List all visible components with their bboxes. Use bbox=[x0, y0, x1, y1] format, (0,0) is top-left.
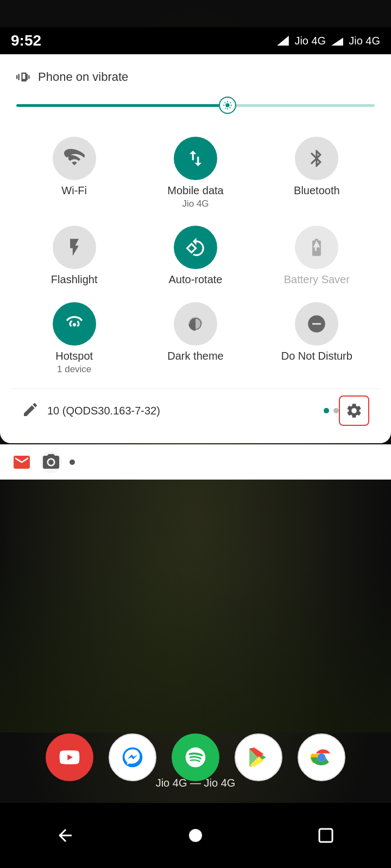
vibrate-icon bbox=[16, 69, 31, 85]
tile-dark-theme[interactable]: Dark theme bbox=[137, 297, 253, 380]
notification-bar bbox=[0, 444, 391, 480]
slider-track bbox=[16, 104, 375, 107]
dark-theme-tile-icon bbox=[174, 302, 217, 346]
mobile-data-sublabel: Jio 4G bbox=[182, 199, 209, 209]
flashlight-tile-icon bbox=[53, 226, 96, 269]
brightness-icon bbox=[223, 100, 232, 110]
settings-button[interactable] bbox=[339, 395, 369, 426]
tile-bluetooth[interactable]: Bluetooth bbox=[259, 131, 375, 215]
hotspot-sublabel: 1 device bbox=[57, 364, 91, 375]
mobile-data-label: Mobile data bbox=[167, 184, 223, 197]
tile-auto-rotate[interactable]: Auto-rotate bbox=[137, 220, 253, 291]
svg-rect-3 bbox=[319, 829, 332, 842]
tile-flashlight[interactable]: Flashlight bbox=[16, 220, 132, 291]
brightness-slider[interactable] bbox=[16, 95, 375, 115]
svg-point-2 bbox=[189, 829, 202, 842]
status-right: Jio 4G Jio 4G bbox=[277, 35, 380, 47]
page-dots bbox=[324, 408, 339, 413]
dnd-label: Do Not Disturb bbox=[281, 350, 352, 362]
recents-button[interactable] bbox=[310, 819, 342, 852]
messenger-icon[interactable] bbox=[109, 733, 156, 781]
signal2-label: Jio 4G bbox=[349, 35, 380, 47]
tiles-grid: Wi-Fi Mobile data Jio 4G Bluetooth bbox=[11, 126, 380, 386]
notification-dot bbox=[70, 459, 75, 465]
app-dock bbox=[46, 733, 345, 781]
vibrate-row: Phone on vibrate bbox=[11, 65, 380, 93]
camera-notif-icon[interactable] bbox=[40, 451, 62, 473]
dark-theme-label: Dark theme bbox=[167, 350, 223, 362]
chrome-icon[interactable] bbox=[298, 733, 345, 781]
status-bar: 9:52 Jio 4G Jio 4G bbox=[0, 27, 391, 54]
tile-battery-saver[interactable]: Battery Saver bbox=[259, 220, 375, 291]
hotspot-tile-icon bbox=[53, 302, 96, 346]
tile-mobile-data[interactable]: Mobile data Jio 4G bbox=[137, 131, 253, 215]
qs-bottom-bar: 10 (QODS30.163-7-32) bbox=[11, 388, 380, 432]
quick-settings-panel: Phone on vibrate Wi-Fi bbox=[0, 54, 391, 443]
edit-button[interactable] bbox=[22, 401, 39, 420]
vibrate-info: Phone on vibrate bbox=[16, 69, 128, 85]
tile-wifi[interactable]: Wi-Fi bbox=[16, 131, 132, 215]
dnd-tile-icon bbox=[295, 302, 338, 346]
hotspot-label: Hotspot bbox=[55, 350, 93, 362]
mobile-data-tile-icon bbox=[174, 137, 217, 180]
play-store-icon[interactable] bbox=[235, 733, 282, 781]
clock: 9:52 bbox=[11, 32, 41, 49]
build-number: 10 (QODS30.163-7-32) bbox=[47, 405, 316, 417]
tile-do-not-disturb[interactable]: Do Not Disturb bbox=[259, 297, 375, 380]
auto-rotate-tile-icon bbox=[174, 226, 217, 269]
wifi-tile-icon bbox=[53, 137, 96, 180]
youtube-icon[interactable] bbox=[46, 733, 93, 781]
tile-hotspot[interactable]: Hotspot 1 device bbox=[16, 297, 132, 380]
gmail-notif-icon[interactable] bbox=[11, 451, 33, 473]
vibrate-label: Phone on vibrate bbox=[38, 70, 128, 84]
back-button[interactable] bbox=[49, 819, 81, 852]
brightness-row[interactable] bbox=[11, 93, 380, 126]
wifi-label: Wi-Fi bbox=[61, 184, 87, 197]
dot-2 bbox=[333, 408, 339, 413]
bluetooth-tile-icon bbox=[295, 137, 338, 180]
nav-bar bbox=[0, 803, 391, 868]
signal1-icon bbox=[277, 36, 289, 46]
svg-marker-5 bbox=[331, 38, 343, 46]
flashlight-label: Flashlight bbox=[51, 273, 98, 286]
battery-saver-tile-icon bbox=[295, 226, 338, 269]
network-label: Jio 4G — Jio 4G bbox=[156, 777, 236, 789]
bluetooth-label: Bluetooth bbox=[294, 184, 340, 197]
dot-1 bbox=[324, 408, 329, 413]
slider-thumb[interactable] bbox=[219, 97, 236, 114]
overlay-panel: 9:52 Jio 4G Jio 4G Phone on vibrate bbox=[0, 27, 391, 480]
spotify-icon[interactable] bbox=[172, 733, 219, 781]
signal2-icon bbox=[331, 36, 343, 46]
battery-saver-label: Battery Saver bbox=[284, 273, 350, 286]
auto-rotate-label: Auto-rotate bbox=[169, 273, 223, 286]
home-button[interactable] bbox=[179, 819, 212, 852]
svg-marker-4 bbox=[278, 36, 289, 46]
signal1-label: Jio 4G bbox=[294, 35, 326, 47]
